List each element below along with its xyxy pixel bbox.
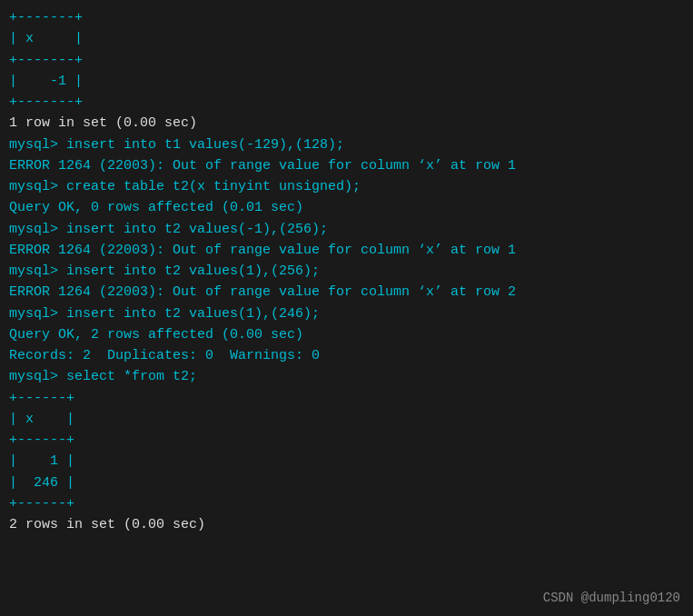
terminal-line-cmd-insert-t2-2: mysql> insert into t2 values(1),(256); (9, 261, 684, 282)
terminal-line-error-1: ERROR 1264 (22003): Out of range value f… (9, 155, 684, 176)
terminal-line-val-1: | 1 | (9, 451, 684, 472)
terminal-line-col-x-2: | x | (9, 409, 684, 430)
terminal-line-border-bot-2: +------+ (9, 493, 684, 514)
terminal-window: +-------+| x |+-------+| -1 |+-------+1 … (0, 0, 693, 616)
terminal-line-error-2: ERROR 1264 (22003): Out of range value f… (9, 240, 684, 261)
terminal-line-border-top-2: +------+ (9, 388, 684, 409)
terminal-line-error-3: ERROR 1264 (22003): Out of range value f… (9, 282, 684, 303)
terminal-line-cmd-insert-t2-3: mysql> insert into t2 values(1),(246); (9, 303, 684, 324)
terminal-line-val-neg1: | -1 | (9, 71, 684, 92)
terminal-line-cmd-select-t2: mysql> select *from t2; (9, 366, 684, 387)
watermark: CSDN @dumpling0120 (543, 591, 680, 605)
terminal-line-records: Records: 2 Duplicates: 0 Warnings: 0 (9, 345, 684, 366)
terminal-line-query-ok-2: Query OK, 2 rows affected (0.00 sec) (9, 324, 684, 345)
terminal-line-col-x: | x | (9, 28, 684, 49)
terminal-line-border-mid-2: +------+ (9, 430, 684, 451)
terminal-line-border-bot-1: +-------+ (9, 92, 684, 113)
terminal-line-border-mid-1: +-------+ (9, 50, 684, 71)
terminal-line-cmd-create-t2: mysql> create table t2(x tinyint unsigne… (9, 176, 684, 197)
terminal-line-result-2: 2 rows in set (0.00 sec) (9, 514, 684, 535)
terminal-line-cmd-insert-t1: mysql> insert into t1 values(-129),(128)… (9, 134, 684, 155)
terminal-line-result-1: 1 row in set (0.00 sec) (9, 113, 684, 134)
output-lines: +-------+| x |+-------+| -1 |+-------+1 … (9, 7, 684, 535)
terminal-line-query-ok-1: Query OK, 0 rows affected (0.01 sec) (9, 197, 684, 218)
terminal-line-cmd-insert-t2-1: mysql> insert into t2 values(-1),(256); (9, 219, 684, 240)
terminal-line-val-246: | 246 | (9, 472, 684, 493)
terminal-line-border-top-1: +-------+ (9, 7, 684, 28)
